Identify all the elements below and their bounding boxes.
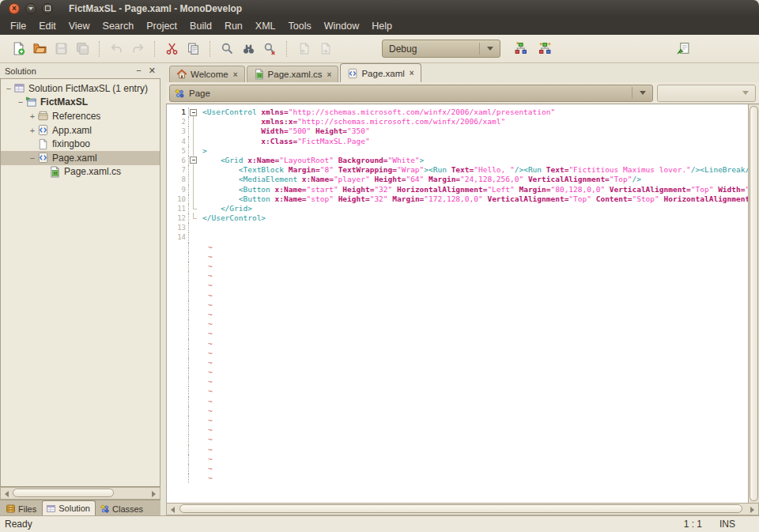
- empty-line[interactable]: ~: [167, 387, 749, 396]
- scrollbar-thumb[interactable]: [13, 489, 114, 497]
- code-line[interactable]: 12</UserControl>: [167, 213, 749, 223]
- scroll-right-icon[interactable]: [152, 491, 156, 497]
- empty-line[interactable]: ~: [167, 300, 749, 310]
- panel-close-button[interactable]: ✕: [149, 66, 156, 75]
- menu-xml[interactable]: XML: [249, 19, 282, 33]
- empty-line[interactable]: ~: [167, 464, 749, 474]
- editor-horizontal-scrollbar[interactable]: [166, 503, 759, 515]
- code-line[interactable]: 6 <Grid x:Name="LayoutRoot" Background="…: [167, 156, 749, 165]
- menu-file[interactable]: File: [4, 19, 32, 33]
- tree-item-page-xaml[interactable]: −Page.xaml: [1, 151, 160, 165]
- menu-search[interactable]: Search: [96, 19, 141, 33]
- tree-item-page-xaml-cs[interactable]: Page.xaml.cs: [1, 165, 160, 179]
- code-line[interactable]: 9 <Button x:Name="start" Height="32" Hor…: [167, 185, 749, 194]
- empty-line[interactable]: ~: [167, 397, 749, 406]
- scrollbar-thumb[interactable]: [179, 504, 742, 513]
- tree-expander-icon[interactable]: −: [4, 84, 13, 93]
- pad-tab-files[interactable]: Files: [2, 502, 42, 515]
- configuration-selector[interactable]: Debug: [382, 40, 500, 58]
- fold-marker-icon[interactable]: [188, 156, 199, 165]
- menu-build[interactable]: Build: [183, 19, 218, 33]
- code-line[interactable]: 13: [167, 223, 749, 232]
- open-folder-button[interactable]: [29, 39, 51, 58]
- open-in-browser-button[interactable]: [673, 39, 694, 58]
- empty-line[interactable]: ~: [167, 349, 749, 358]
- menu-view[interactable]: View: [62, 19, 96, 33]
- path-selector[interactable]: Page: [169, 85, 653, 102]
- maximize-button[interactable]: [42, 3, 53, 14]
- code-line[interactable]: 7 <TextBlock Margin="8" TextWrapping="Wr…: [167, 165, 749, 175]
- code-area[interactable]: 1<UserControl xmlns="http://schemas.micr…: [167, 104, 749, 503]
- tree-item-fictmaxsl[interactable]: −FictMaxSL: [1, 96, 160, 110]
- menu-edit[interactable]: Edit: [32, 19, 62, 33]
- tab-welcome[interactable]: Welcome×: [169, 66, 245, 82]
- tree-expander-icon[interactable]: +: [28, 111, 37, 121]
- editor-vertical-scrollbar[interactable]: [748, 104, 759, 503]
- tab-page-xaml[interactable]: Page.xaml×: [340, 63, 421, 82]
- minimize-button[interactable]: [25, 3, 36, 14]
- cut-button[interactable]: [161, 39, 183, 58]
- empty-line[interactable]: ~: [167, 252, 749, 262]
- code-line[interactable]: 5>: [167, 146, 749, 156]
- tree-expander-icon[interactable]: +: [28, 126, 37, 135]
- empty-line[interactable]: ~: [167, 368, 749, 377]
- empty-line[interactable]: ~: [167, 291, 749, 300]
- scroll-left-icon[interactable]: [5, 491, 9, 497]
- tree-item-references[interactable]: +References: [1, 109, 160, 123]
- new-document-button[interactable]: [8, 39, 29, 58]
- code-line[interactable]: 4 x:Class="FictMaxSL.Page": [167, 137, 749, 146]
- empty-line[interactable]: ~: [167, 319, 749, 329]
- tree-expander-icon[interactable]: −: [16, 97, 25, 107]
- empty-line[interactable]: ~: [167, 474, 749, 483]
- tab-close-icon[interactable]: ×: [410, 69, 414, 77]
- empty-line[interactable]: ~: [167, 262, 749, 271]
- tab-page-xaml-cs[interactable]: Page.xaml.cs×: [247, 66, 339, 82]
- menu-help[interactable]: Help: [365, 19, 398, 33]
- add-class-hierarchy-button[interactable]: [534, 39, 556, 58]
- tree-item-app-xaml[interactable]: +App.xaml: [1, 123, 160, 138]
- code-line[interactable]: 11 </Grid>: [167, 204, 749, 213]
- panel-minimize-button[interactable]: −: [136, 66, 141, 75]
- pad-tab-classes[interactable]: Classes: [96, 502, 149, 515]
- empty-line[interactable]: ~: [167, 435, 749, 444]
- scroll-left-icon[interactable]: [171, 507, 175, 513]
- code-line[interactable]: 1<UserControl xmlns="http://schemas.micr…: [167, 108, 749, 117]
- tab-close-icon[interactable]: ×: [327, 70, 332, 79]
- empty-line[interactable]: ~: [167, 243, 749, 252]
- empty-line[interactable]: ~: [167, 329, 749, 338]
- member-selector[interactable]: [657, 85, 756, 102]
- empty-line[interactable]: ~: [167, 271, 749, 281]
- code-editor[interactable]: 1<UserControl xmlns="http://schemas.micr…: [166, 104, 759, 503]
- solution-horizontal-scrollbar[interactable]: [0, 487, 160, 500]
- tree-item-fixingboo[interactable]: fixingboo: [1, 137, 160, 151]
- tree-expander-icon[interactable]: −: [28, 153, 37, 163]
- menu-window[interactable]: Window: [318, 19, 365, 33]
- empty-line[interactable]: ~: [167, 416, 749, 425]
- menu-run[interactable]: Run: [218, 19, 249, 33]
- find-replace-button[interactable]: [259, 39, 281, 58]
- pad-tab-solution[interactable]: Solution: [42, 500, 96, 515]
- find-in-files-button[interactable]: [238, 39, 259, 58]
- code-line[interactable]: 8 <MediaElement x:Name="player" Height="…: [167, 175, 749, 184]
- menu-project[interactable]: Project: [140, 19, 183, 33]
- copy-button[interactable]: [183, 39, 204, 58]
- class-hierarchy-button[interactable]: [510, 39, 531, 58]
- empty-line[interactable]: ~: [167, 425, 749, 435]
- empty-line[interactable]: ~: [167, 310, 749, 319]
- fold-marker-icon[interactable]: [188, 108, 199, 117]
- tab-close-icon[interactable]: ×: [233, 70, 238, 79]
- empty-line[interactable]: ~: [167, 377, 749, 387]
- close-button[interactable]: ×: [9, 3, 20, 14]
- empty-line[interactable]: ~: [167, 358, 749, 368]
- menu-tools[interactable]: Tools: [282, 19, 318, 33]
- code-line[interactable]: 3 Width="500" Height="350": [167, 126, 749, 136]
- code-line[interactable]: 2 xmlns:x="http://schemas.microsoft.com/…: [167, 117, 749, 126]
- empty-line[interactable]: ~: [167, 281, 749, 290]
- tree-item-solution-fictmaxsl-1-entry[interactable]: −Solution FictMaxSL (1 entry): [1, 81, 160, 96]
- empty-line[interactable]: ~: [167, 406, 749, 416]
- empty-line[interactable]: ~: [167, 455, 749, 464]
- scrollbar-thumb[interactable]: [750, 106, 758, 501]
- search-button[interactable]: [217, 39, 238, 58]
- scroll-right-icon[interactable]: [750, 507, 754, 513]
- empty-line[interactable]: ~: [167, 339, 749, 349]
